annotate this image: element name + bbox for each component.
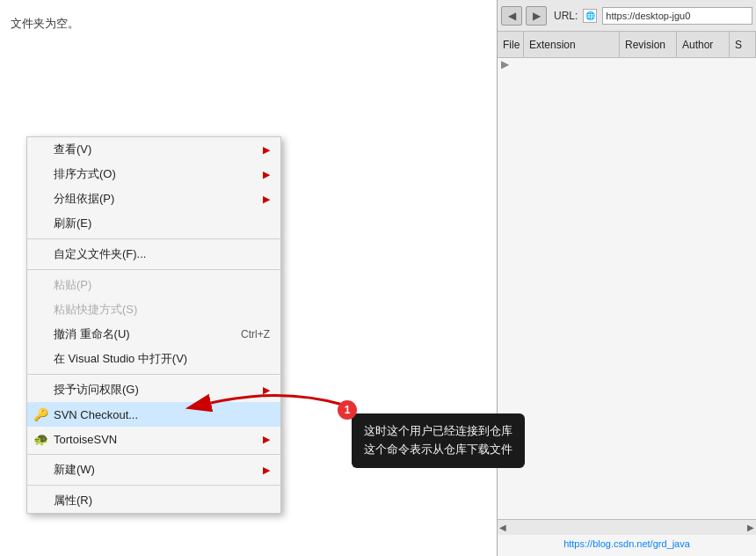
separator-4 [27,454,280,455]
separator-3 [27,374,280,375]
menu-item-svn-checkout-label: SVN Checkout... [54,408,138,421]
back-button[interactable]: ◀ [501,6,522,26]
menu-item-access[interactable]: 授予访问权限(G) ▶ [27,377,280,402]
menu-item-undo[interactable]: 撤消 重命名(U) Ctrl+Z [27,322,280,347]
svn-toolbar: ◀ ▶ URL: 🌐 [498,0,756,32]
menu-arrow-access: ▶ [263,384,270,396]
menu-item-customize-label: 自定义文件夹(F)... [54,246,146,262]
menu-item-undo-shortcut: Ctrl+Z [241,328,270,340]
menu-item-paste-shortcut: 粘贴快捷方式(S) [27,297,280,322]
menu-item-svn-checkout[interactable]: 🔑 SVN Checkout... [27,402,280,427]
url-icon: 🌐 [583,9,597,23]
menu-item-paste-label: 粘贴(P) [54,277,91,293]
menu-item-properties[interactable]: 属性(R) [27,488,280,513]
scroll-left-icon[interactable]: ◀ [499,523,506,532]
menu-item-properties-label: 属性(R) [54,493,92,508]
annotation-number: 1 [338,400,357,420]
menu-item-group-label: 分组依据(P) [54,191,114,207]
url-input[interactable] [602,7,752,25]
menu-item-refresh-label: 刷新(E) [54,216,91,231]
menu-item-group[interactable]: 分组依据(P) ▶ [27,187,280,211]
menu-item-new[interactable]: 新建(W) ▶ [27,457,280,482]
menu-arrow-view: ▶ [263,144,270,156]
scroll-right-icon[interactable]: ▶ [747,523,754,532]
menu-item-new-label: 新建(W) [54,462,95,478]
menu-item-sort[interactable]: 排序方式(O) ▶ [27,162,280,187]
menu-item-refresh[interactable]: 刷新(E) [27,211,280,236]
forward-button[interactable]: ▶ [526,6,547,26]
menu-item-view[interactable]: 查看(V) ▶ [27,137,280,162]
col-file: File [498,32,524,57]
url-label: URL: [554,10,578,22]
annotation-bubble: 这时这个用户已经连接到仓库 这个命令表示从仓库下载文件 [352,413,525,468]
col-revision: Revision [620,32,677,57]
tortoise-icon: 🐢 [33,431,48,447]
menu-item-tortoise-label: TortoiseSVN [54,433,117,446]
menu-arrow-group: ▶ [263,194,270,205]
menu-item-open-vs[interactable]: 在 Visual Studio 中打开(V) [27,347,280,371]
col-extension: Extension [524,32,620,57]
menu-item-tortoise[interactable]: 🐢 TortoiseSVN ▶ [27,427,280,451]
menu-item-customize[interactable]: 自定义文件夹(F)... [27,242,280,267]
menu-item-sort-label: 排序方式(O) [54,166,116,182]
col-s: S [730,32,756,57]
menu-arrow-new: ▶ [263,465,270,476]
menu-item-view-label: 查看(V) [54,142,91,157]
separator-2 [27,269,280,270]
svn-panel: ◀ ▶ URL: 🌐 File Extension Revision Autho… [497,0,756,556]
col-author: Author [677,32,730,57]
expand-arrow[interactable]: ▶ [501,58,509,70]
horizontal-scrollbar[interactable]: ◀ ▶ [498,519,756,535]
context-menu: 查看(V) ▶ 排序方式(O) ▶ 分组依据(P) ▶ 刷新(E) 自定义文件夹… [26,136,281,514]
svn-key-icon: 🔑 [33,406,48,422]
menu-arrow-sort: ▶ [263,169,270,180]
menu-item-paste-shortcut-label: 粘贴快捷方式(S) [54,302,137,318]
menu-arrow-tortoise: ▶ [263,434,270,445]
annotation-line1: 这时这个用户已经连接到仓库 [364,422,512,441]
menu-item-access-label: 授予访问权限(G) [54,382,139,398]
separator-1 [27,238,280,239]
menu-item-paste: 粘贴(P) [27,273,280,297]
desktop-empty-text: 文件夹为空。 [11,16,79,32]
annotation-line2: 这个命令表示从仓库下载文件 [364,441,512,459]
svn-table-header: File Extension Revision Author S [498,32,756,58]
menu-item-open-vs-label: 在 Visual Studio 中打开(V) [54,351,187,367]
svn-watermark: https://blog.csdn.net/grd_java [498,538,756,549]
menu-item-undo-label: 撤消 重命名(U) [54,326,130,342]
separator-5 [27,485,280,486]
